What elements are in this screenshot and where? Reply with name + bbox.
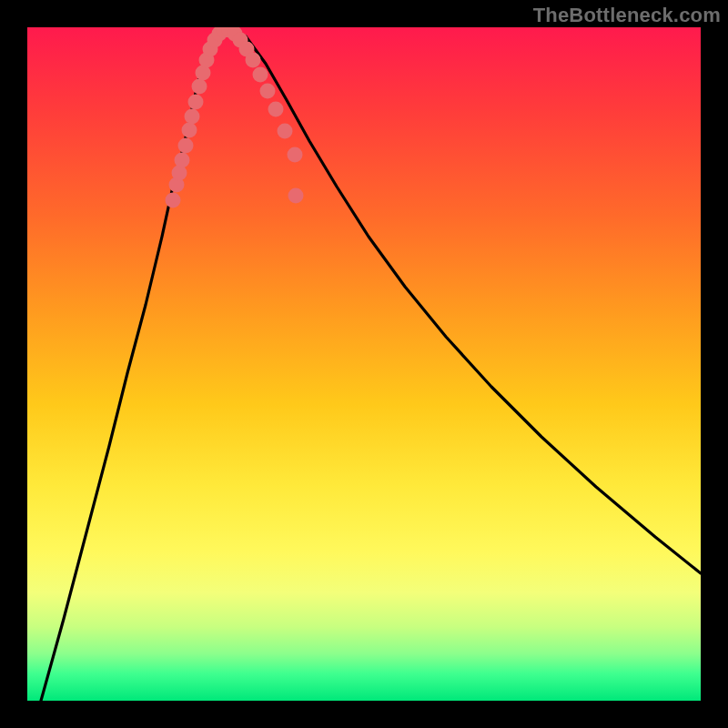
marker-dot <box>246 53 261 68</box>
chart-svg <box>27 27 701 701</box>
marker-dot <box>188 95 204 110</box>
marker-dot <box>288 147 303 163</box>
marker-dot <box>185 109 200 125</box>
chart-frame: TheBottleneck.com <box>0 0 728 728</box>
marker-dot <box>253 67 268 83</box>
watermark-text: TheBottleneck.com <box>533 4 721 27</box>
curve-layer <box>41 29 701 701</box>
marker-dot <box>178 138 194 154</box>
marker-dot <box>166 193 181 208</box>
marker-dot <box>192 79 207 95</box>
marker-dot <box>260 84 276 99</box>
marker-dot <box>278 124 293 139</box>
marker-dot <box>268 102 284 117</box>
markers-right-cluster <box>222 27 303 163</box>
chart-plot-area <box>27 27 701 701</box>
marker-dot <box>182 123 197 138</box>
markers-left-cluster <box>166 27 232 208</box>
marker-dot <box>175 153 190 168</box>
bottleneck-curve <box>41 29 701 701</box>
marker-dot <box>288 188 304 204</box>
marker-dot <box>172 166 187 181</box>
markers-outliers <box>288 188 304 204</box>
